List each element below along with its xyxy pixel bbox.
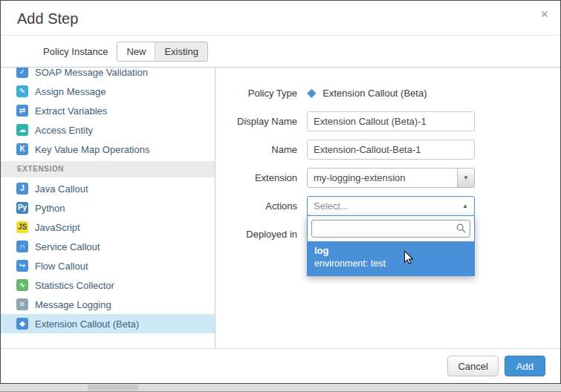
sidebar-item-label: Flow Callout [35,261,88,272]
actions-label: Actions [215,200,297,212]
sidebar-item-label: Extract Variables [35,105,107,117]
access-entity-icon: ☁ [16,124,28,136]
sidebar-item-label: SOAP Message Validation [35,68,148,78]
sidebar-item-soap-message-validation[interactable]: ✓ SOAP Message Validation [1,68,215,82]
tab-new[interactable]: New [117,42,155,61]
policy-form: Policy Type ◆ Extension Callout (Beta) D… [215,68,560,348]
extension-select-value: my-logging-extension [308,172,457,183]
soap-message-validation-icon: ✓ [16,68,28,78]
tab-existing[interactable]: Existing [155,42,207,61]
chevron-up-icon: ▲ [462,203,474,209]
actions-select-placeholder: Select... [308,200,462,212]
dropdown-search [308,216,474,241]
sidebar-item-assign-message[interactable]: ✎ Assign Message [1,82,215,101]
sidebar-item-statistics-collector[interactable]: ∿ Statistics Collector [1,275,215,295]
message-logging-icon: ≡ [16,298,28,310]
actions-row: Actions Select... ▲ [215,195,560,216]
cancel-button[interactable]: Cancel [447,356,498,376]
search-icon [456,223,466,233]
policy-instance-toggle: New Existing [117,42,208,62]
modal-header: Add Step × [1,1,560,36]
policy-list: ✓ SOAP Message Validation ✎ Assign Messa… [1,68,215,348]
actions-dropdown: log environment: test [307,215,475,276]
name-input[interactable] [307,140,475,160]
background-element [88,385,138,391]
sidebar-item-label: Statistics Collector [35,280,114,291]
actions-select[interactable]: Select... ▲ [307,196,475,216]
extension-row: Extension my-logging-extension ▼ [215,167,560,188]
modal-content: ✓ SOAP Message Validation ✎ Assign Messa… [1,68,560,348]
sidebar-item-label: Java Callout [35,183,88,195]
sidebar-item-label: Key Value Map Operations [35,144,149,155]
sidebar-item-python[interactable]: Py Python [1,198,215,218]
sidebar-item-label: Assign Message [35,86,106,97]
policy-type-label: Policy Type [215,88,297,99]
sidebar-item-label: Extension Callout (Beta) [35,318,139,330]
name-row: Name [215,139,560,160]
sidebar-item-flow-callout[interactable]: ↪ Flow Callout [1,256,215,275]
policy-list-scroll: ✓ SOAP Message Validation ✎ Assign Messa… [1,68,215,333]
dropdown-search-input[interactable] [311,220,470,238]
policy-instance-row: Policy Instance New Existing [1,36,560,68]
sidebar-item-access-entity[interactable]: ☁ Access Entity [1,120,215,140]
screen: Add Step × Policy Instance New Existing … [0,0,561,392]
statistics-collector-icon: ∿ [16,279,28,291]
flow-callout-icon: ↪ [16,260,28,272]
add-button[interactable]: Add [505,356,545,376]
chevron-down-icon: ▼ [457,169,474,187]
key-value-map-operations-icon: K [16,143,28,155]
sidebar-item-key-value-map-operations[interactable]: K Key Value Map Operations [1,140,215,159]
policy-type-row: Policy Type ◆ Extension Callout (Beta) [215,82,560,103]
modal-title: Add Step [17,10,545,27]
sidebar-item-extract-variables[interactable]: ⇄ Extract Variables [1,101,215,120]
service-callout-icon: ∩ [16,241,28,252]
modal-footer: Cancel Add [1,348,560,383]
policy-instance-label: Policy Instance [43,46,108,57]
sidebar-item-extension-callout-beta[interactable]: ◆ Extension Callout (Beta) [1,314,215,333]
deployed-in-label: Deployed in [215,229,297,240]
dropdown-option-subtitle: environment: test [314,258,467,270]
sidebar-item-label: Message Logging [35,299,111,310]
add-step-modal: Add Step × Policy Instance New Existing … [0,0,561,384]
sidebar-item-message-logging[interactable]: ≡ Message Logging [1,295,215,314]
sidebar-item-label: JavaScript [35,222,80,233]
extension-select[interactable]: my-logging-extension ▼ [307,168,475,188]
name-label: Name [215,144,297,155]
close-icon[interactable]: × [540,7,548,21]
background-page [0,383,561,392]
display-name-label: Display Name [215,116,297,127]
sidebar-item-java-callout[interactable]: J Java Callout [1,179,215,198]
display-name-row: Display Name [215,111,560,131]
extension-label: Extension [215,172,297,183]
policy-type-value: Extension Callout (Beta) [322,88,427,99]
dropdown-option-title: log [314,245,467,257]
sidebar-item-label: Service Callout [35,241,100,252]
javascript-icon: JS [16,221,28,233]
extension-callout-icon: ◆ [16,318,28,330]
display-name-input[interactable] [307,111,475,131]
python-icon: Py [16,202,28,214]
sidebar-item-javascript[interactable]: JS JavaScript [1,218,215,237]
extension-section-header: EXTENSION [1,161,215,177]
assign-message-icon: ✎ [16,85,28,97]
sidebar-item-label: Python [35,203,65,214]
policy-type-value-wrap: ◆ Extension Callout (Beta) [307,87,427,99]
dropdown-option-log[interactable]: log environment: test [308,241,474,275]
extract-variables-icon: ⇄ [16,105,28,117]
sidebar-item-service-callout[interactable]: ∩ Service Callout [1,237,215,256]
sidebar-item-label: Access Entity [35,125,93,136]
extension-callout-icon: ◆ [307,87,316,99]
java-callout-icon: J [16,183,28,195]
